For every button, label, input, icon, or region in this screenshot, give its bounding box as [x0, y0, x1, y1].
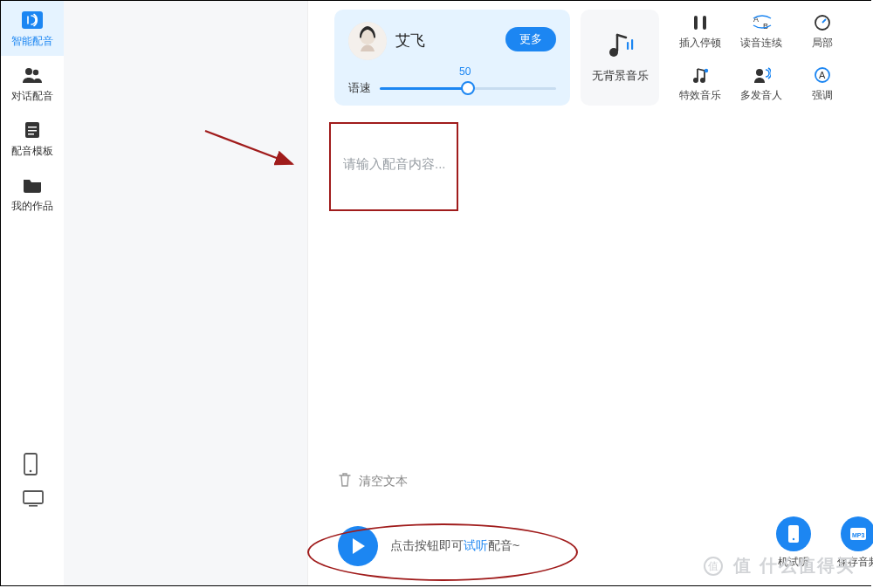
voice-more-button[interactable]: 更多 — [505, 27, 556, 51]
clear-text-button[interactable]: 清空文本 — [338, 472, 408, 490]
svg-rect-15 — [631, 39, 633, 50]
nav-label: 智能配音 — [11, 34, 53, 49]
svg-rect-4 — [28, 126, 37, 128]
pause-icon — [691, 13, 710, 32]
svg-rect-6 — [28, 133, 34, 135]
speaker-icon — [20, 10, 45, 31]
speed-row: 语速 50 — [348, 79, 556, 97]
play-button[interactable] — [338, 526, 378, 566]
nav-label: 配音模板 — [11, 144, 53, 159]
trash-icon — [338, 472, 352, 490]
phone-preview-button[interactable]: 机试听 — [776, 516, 811, 570]
clear-text-label: 清空文本 — [359, 474, 408, 489]
play-row: 点击按钮即可试听配音~ — [338, 526, 519, 566]
svg-point-1 — [25, 68, 32, 75]
person-voice-icon — [752, 65, 771, 85]
nav-templates[interactable]: 配音模板 — [1, 111, 64, 166]
svg-text:A: A — [819, 70, 826, 80]
nav-label: 我的作品 — [11, 199, 53, 214]
svg-rect-16 — [694, 16, 698, 30]
svg-point-21 — [693, 78, 698, 83]
sidebar-bottom-icons — [1, 452, 64, 509]
slider-thumb[interactable] — [461, 81, 475, 95]
voice-card: 艾飞 更多 语速 50 — [334, 10, 570, 106]
svg-point-24 — [756, 69, 763, 76]
save-row: 机试听 MP3 保存音频 — [776, 516, 873, 570]
svg-rect-5 — [28, 130, 37, 132]
svg-point-23 — [705, 68, 708, 72]
top-cards-row: 艾飞 更多 语速 50 无背景音乐 插入停顿 — [334, 10, 873, 114]
tool-local[interactable]: 局部 — [792, 10, 853, 53]
voice-text-editor — [334, 132, 863, 455]
svg-rect-0 — [22, 11, 43, 29]
tool-multi-speaker[interactable]: 多发音人 — [731, 62, 792, 106]
svg-rect-10 — [29, 505, 38, 507]
phone-icon[interactable] — [22, 452, 43, 473]
mp3-icon: MP3 — [849, 525, 868, 543]
svg-point-22 — [700, 78, 705, 83]
tool-pronunciation[interactable]: AB 读音连续 — [731, 10, 792, 53]
svg-point-28 — [793, 538, 794, 540]
voice-avatar[interactable] — [348, 22, 387, 60]
bgm-label: 无背景音乐 — [592, 68, 649, 84]
desktop-icon[interactable] — [22, 489, 43, 509]
svg-point-2 — [33, 70, 38, 75]
play-icon — [349, 537, 367, 556]
people-icon — [20, 65, 45, 85]
tools-group: 插入停顿 AB 读音连续 局部 特效音乐 多发音人 A 强调 — [670, 10, 873, 106]
save-audio-button[interactable]: MP3 保存音频 — [837, 516, 873, 570]
tool-emphasis[interactable]: A 强调 — [792, 62, 853, 106]
speed-label: 语速 — [348, 80, 371, 96]
ab-icon: AB — [752, 13, 771, 32]
svg-point-13 — [609, 48, 618, 57]
sidebar-secondary-panel — [64, 1, 308, 585]
nav-my-works[interactable]: 我的作品 — [1, 166, 64, 221]
svg-point-8 — [30, 470, 32, 473]
main-content: 艾飞 更多 语速 50 无背景音乐 插入停顿 — [308, 1, 872, 585]
document-icon — [20, 120, 45, 140]
music-icon — [691, 65, 710, 85]
nav-label: 对话配音 — [11, 89, 53, 104]
music-note-icon — [607, 31, 633, 58]
svg-text:MP3: MP3 — [852, 532, 865, 538]
tool-insert-pause[interactable]: 插入停顿 — [670, 10, 731, 53]
svg-rect-17 — [703, 16, 706, 30]
bgm-card[interactable]: 无背景音乐 — [581, 10, 659, 106]
gauge-icon — [813, 13, 832, 32]
svg-rect-14 — [627, 42, 629, 50]
voice-name: 艾飞 — [395, 31, 425, 51]
nav-dialog-voice[interactable]: 对话配音 — [1, 56, 64, 111]
folder-icon — [20, 174, 45, 195]
play-hint: 点击按钮即可试听配音~ — [390, 538, 519, 554]
svg-rect-9 — [24, 491, 43, 503]
nav-smart-voice[interactable]: 智能配音 — [1, 1, 64, 56]
phone-filled-icon — [786, 523, 801, 544]
voice-text-input[interactable] — [334, 132, 863, 455]
tool-sfx[interactable]: 特效音乐 — [670, 62, 731, 106]
speed-value: 50 — [459, 65, 471, 78]
speed-slider[interactable]: 50 — [380, 79, 556, 97]
svg-text:B: B — [763, 22, 768, 31]
emphasis-icon: A — [813, 65, 832, 85]
